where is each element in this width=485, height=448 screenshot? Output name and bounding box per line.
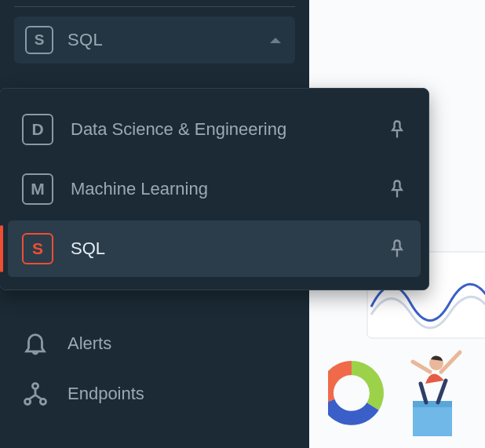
svg-rect-13 <box>413 401 452 407</box>
pin-icon[interactable] <box>386 118 408 140</box>
selector-label: SQL <box>67 30 103 50</box>
dropdown-item-label: Data Science & Engineering <box>71 119 386 140</box>
sql-badge-icon: S <box>22 233 53 264</box>
endpoints-icon <box>22 381 49 407</box>
sidebar-nav: Alerts Endpoints <box>14 319 295 419</box>
sidebar-item-label: Alerts <box>67 333 111 354</box>
data-science-badge-icon: D <box>22 114 53 145</box>
dropdown-item-machine-learning[interactable]: M Machine Learning <box>8 161 421 217</box>
dropdown-item-label: Machine Learning <box>71 179 386 199</box>
sidebar-item-endpoints[interactable]: Endpoints <box>14 369 295 419</box>
pin-icon[interactable] <box>386 238 408 260</box>
sidebar-item-label: Endpoints <box>67 384 144 404</box>
dropdown-item-data-science[interactable]: D Data Science & Engineering <box>8 101 421 158</box>
bell-icon <box>22 330 49 357</box>
dropdown-item-label: SQL <box>71 239 386 259</box>
badge-letter: M <box>31 180 45 199</box>
sidebar: S SQL D Data Science & Engineering M Mac… <box>0 0 309 448</box>
sql-badge-icon: S <box>25 26 53 54</box>
chevron-up-icon <box>270 38 281 43</box>
badge-letter: D <box>31 120 43 139</box>
dropdown-item-sql[interactable]: S SQL <box>8 220 421 277</box>
persona-selector[interactable]: S SQL <box>14 16 295 64</box>
badge-letter: S <box>35 31 45 49</box>
ml-badge-icon: M <box>22 173 53 205</box>
sidebar-item-alerts[interactable]: Alerts <box>14 319 295 369</box>
badge-letter: S <box>32 239 43 258</box>
persona-dropdown: D Data Science & Engineering M Machine L… <box>0 88 429 290</box>
svg-point-3 <box>32 384 38 389</box>
divider <box>14 6 295 7</box>
pin-icon[interactable] <box>386 178 408 200</box>
